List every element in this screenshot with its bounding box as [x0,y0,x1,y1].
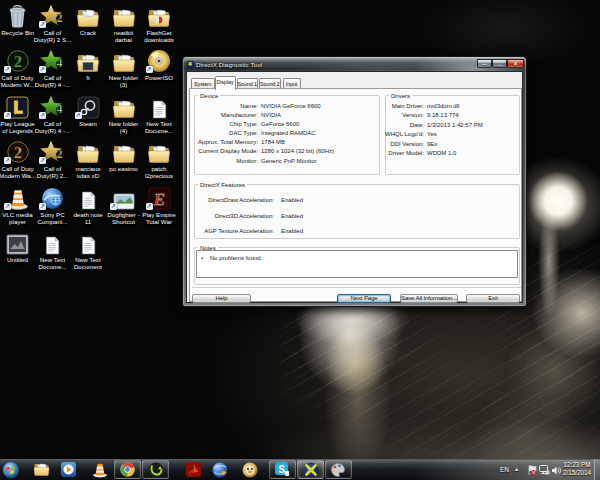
svg-text:2: 2 [57,147,63,161]
svg-text:S: S [278,464,285,475]
svg-text:E: E [152,190,164,209]
svg-text:4: 4 [57,102,63,116]
svg-text:2: 2 [14,53,22,70]
svg-text:2: 2 [14,144,22,161]
svg-text:4: 4 [57,56,63,70]
svg-text:2: 2 [57,11,63,25]
